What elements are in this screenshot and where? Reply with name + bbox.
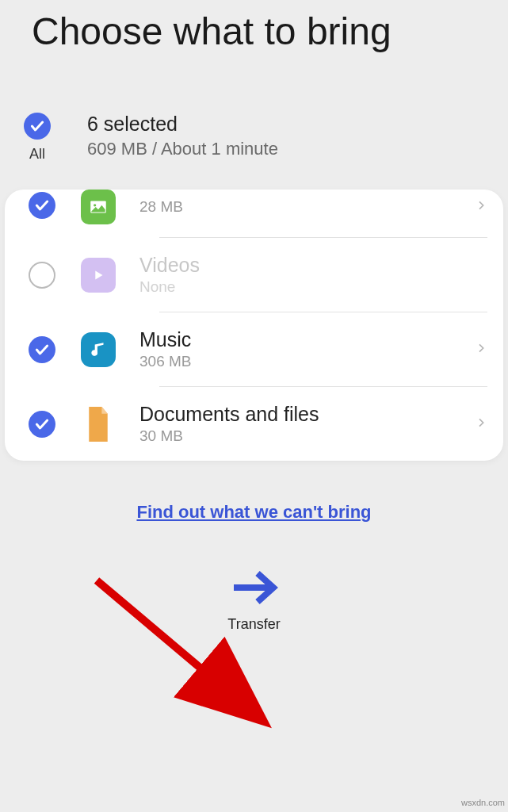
item-label: Documents and files [139, 403, 475, 426]
selected-count: 6 selected [87, 113, 278, 136]
checkmark-icon [24, 113, 51, 140]
item-size: 30 MB [139, 427, 475, 445]
selected-size: 609 MB / About 1 minute [87, 139, 278, 159]
item-size: 28 MB [139, 198, 475, 216]
list-item-documents[interactable]: Documents and files 30 MB [5, 387, 503, 461]
selection-summary: All 6 selected 609 MB / About 1 minute [0, 53, 508, 178]
svg-point-3 [92, 350, 97, 356]
list-item-images[interactable]: 28 MB [5, 190, 503, 237]
select-all-toggle[interactable]: All [24, 113, 51, 163]
transfer-button[interactable]: Transfer [0, 530, 508, 633]
checkmark-icon [29, 411, 55, 438]
watermark: wsxdn.com [461, 798, 505, 807]
cant-bring-link[interactable]: Find out what we can't bring [136, 502, 371, 522]
info-link-row: Find out what we can't bring [0, 461, 508, 530]
video-icon [81, 258, 116, 293]
chevron-right-icon [475, 199, 487, 215]
checkbox-unchecked-icon [29, 262, 55, 289]
chevron-right-icon [475, 342, 487, 358]
item-size: 306 MB [139, 353, 475, 370]
select-all-label: All [29, 146, 45, 163]
category-list: 28 MB Videos None Music 306 MB [5, 190, 503, 461]
svg-marker-2 [95, 270, 102, 279]
arrow-right-icon [229, 569, 280, 607]
checkmark-icon [29, 336, 55, 363]
chevron-right-icon [475, 416, 487, 432]
image-icon [81, 190, 116, 224]
checkmark-icon [29, 192, 55, 219]
list-item-videos[interactable]: Videos None [5, 238, 503, 312]
list-item-music[interactable]: Music 306 MB [5, 312, 503, 386]
page-title: Choose what to bring [0, 0, 508, 53]
document-icon [81, 407, 116, 442]
item-label: Videos [139, 254, 487, 277]
item-size: None [139, 278, 487, 296]
music-icon [81, 332, 116, 367]
svg-point-1 [94, 204, 96, 206]
transfer-label: Transfer [227, 616, 280, 633]
item-label: Music [139, 328, 475, 351]
